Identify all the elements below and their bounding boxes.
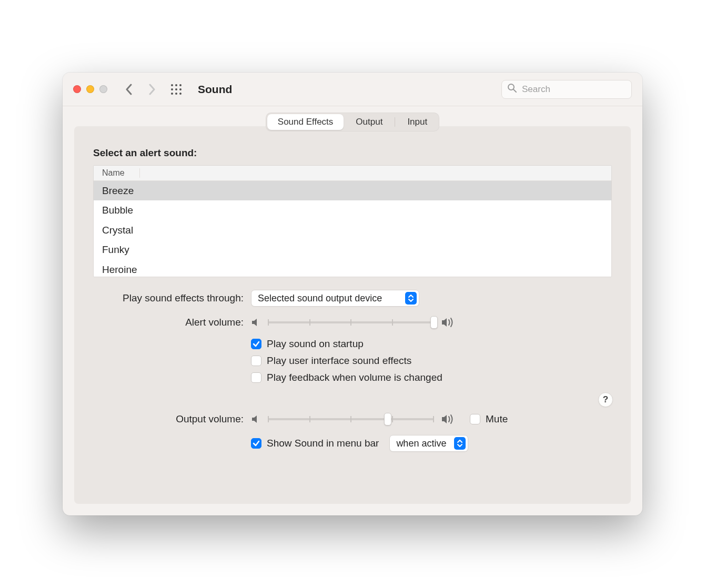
show-all-icon[interactable] [170, 84, 182, 95]
table-body: Breeze Bubble Crystal Funky Heroine Jump [94, 181, 611, 277]
startup-sound-checkbox-row[interactable]: Play sound on startup [251, 338, 442, 350]
speaker-high-icon [441, 414, 455, 424]
svg-point-0 [171, 84, 173, 86]
search-field[interactable] [501, 80, 632, 99]
checkbox[interactable] [251, 356, 261, 366]
feedback-checkbox-row[interactable]: Play feedback when volume is changed [251, 372, 442, 383]
slider-knob[interactable] [430, 316, 438, 329]
chevron-up-down-icon [454, 437, 466, 450]
svg-point-4 [175, 88, 177, 90]
table-row[interactable]: Breeze [94, 181, 611, 200]
alert-volume-slider[interactable] [268, 316, 434, 329]
speaker-low-icon [251, 318, 260, 327]
help-button[interactable]: ? [598, 392, 613, 407]
svg-point-3 [171, 88, 173, 90]
checkbox[interactable] [470, 414, 480, 424]
forward-button[interactable] [146, 84, 158, 95]
tab-bar: Sound Effects Output Input [266, 113, 439, 131]
table-row[interactable]: Crystal [94, 220, 611, 240]
checkbox-label: Play user interface sound effects [267, 355, 411, 367]
select-value: when active [396, 438, 449, 449]
mute-checkbox-row[interactable]: Mute [470, 413, 508, 425]
close-window-button[interactable] [73, 85, 81, 93]
sound-preferences-window: Sound Sound Effects Output Input Select … [63, 73, 642, 515]
tab-separator [395, 117, 395, 127]
speaker-low-icon [251, 414, 260, 424]
select-value: Selected sound output device [258, 293, 400, 304]
play-through-label: Play sound effects through: [93, 292, 251, 304]
menubar-row: Show Sound in menu bar when active [93, 435, 612, 452]
menubar-when-select[interactable]: when active [389, 435, 468, 452]
show-in-menubar-checkbox-row[interactable]: Show Sound in menu bar [251, 438, 379, 449]
tab-output[interactable]: Output [345, 114, 393, 130]
table-row[interactable]: Funky [94, 240, 611, 259]
table-row[interactable]: Bubble [94, 200, 611, 220]
svg-point-8 [179, 93, 182, 95]
checkbox[interactable] [251, 339, 261, 349]
nav-arrows [123, 84, 158, 95]
svg-point-7 [175, 93, 177, 95]
checkbox-label: Play sound on startup [267, 338, 364, 350]
output-volume-row: Output volume: Mute [93, 413, 612, 425]
checkbox-label: Play feedback when volume is changed [267, 372, 442, 383]
checkbox[interactable] [251, 438, 261, 449]
row-label: Breeze [102, 185, 134, 196]
column-name: Name [102, 168, 140, 178]
minimize-window-button[interactable] [86, 85, 94, 93]
alert-volume-label: Alert volume: [93, 317, 251, 328]
svg-point-6 [171, 93, 173, 95]
row-label: Heroine [102, 264, 137, 275]
row-label: Crystal [102, 225, 133, 236]
output-volume-label: Output volume: [93, 413, 251, 425]
ui-sounds-checkbox-row[interactable]: Play user interface sound effects [251, 355, 442, 367]
checkbox-group: Play sound on startup Play user interfac… [93, 338, 612, 383]
tab-input[interactable]: Input [397, 114, 438, 130]
row-label: Bubble [102, 205, 133, 216]
play-through-select[interactable]: Selected sound output device [251, 290, 419, 307]
checkbox-label: Show Sound in menu bar [267, 438, 379, 449]
table-row[interactable]: Heroine [94, 260, 611, 277]
svg-point-1 [175, 84, 177, 86]
alert-volume-row: Alert volume: [93, 316, 612, 329]
zoom-window-button[interactable] [99, 85, 107, 93]
content-pane: Select an alert sound: Name Breeze Bubbl… [74, 126, 631, 504]
tab-label: Input [407, 117, 427, 127]
help-icon: ? [603, 394, 608, 405]
titlebar: Sound [63, 73, 642, 106]
alert-sound-table: Name Breeze Bubble Crystal Funky Heroine… [93, 165, 612, 277]
svg-point-5 [179, 88, 182, 90]
tab-label: Sound Effects [278, 117, 334, 127]
row-label: Funky [102, 244, 129, 255]
slider-knob[interactable] [384, 413, 391, 425]
section-title: Select an alert sound: [93, 147, 612, 159]
play-through-row: Play sound effects through: Selected sou… [93, 290, 612, 307]
back-button[interactable] [123, 84, 135, 95]
checkbox[interactable] [251, 372, 261, 383]
chevron-up-down-icon [405, 292, 417, 305]
window-title: Sound [198, 83, 232, 96]
tab-label: Output [356, 117, 382, 127]
svg-point-2 [179, 84, 182, 86]
tab-sound-effects[interactable]: Sound Effects [267, 114, 344, 130]
search-input[interactable] [521, 84, 634, 95]
search-icon [507, 83, 517, 95]
svg-line-10 [513, 89, 516, 92]
window-controls [73, 85, 107, 93]
speaker-high-icon [441, 317, 455, 328]
checkbox-label: Mute [486, 413, 508, 425]
output-volume-slider[interactable] [268, 413, 434, 425]
table-header[interactable]: Name [94, 166, 611, 181]
